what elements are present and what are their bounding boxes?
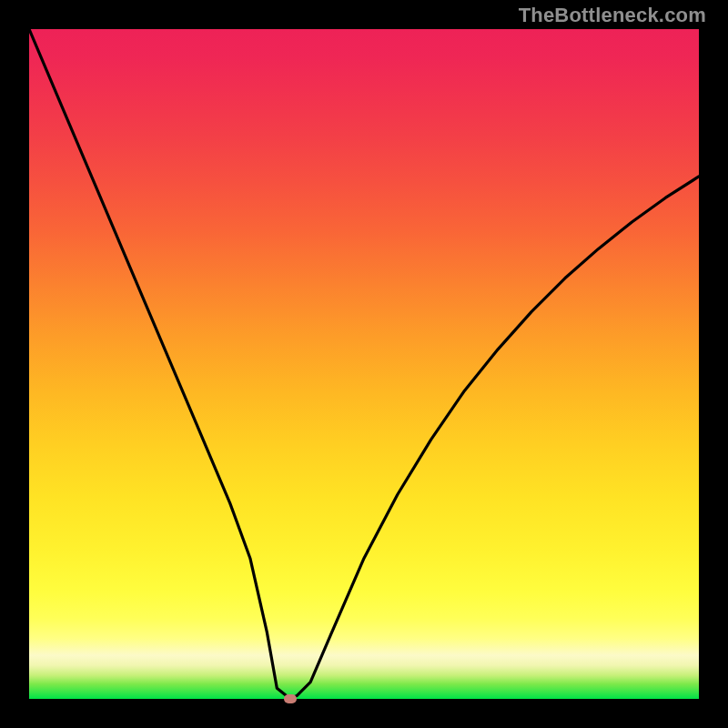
watermark-text: TheBottleneck.com (519, 4, 706, 27)
chart-frame: TheBottleneck.com (0, 0, 728, 728)
plot-area (29, 29, 699, 699)
optimal-point-marker (284, 694, 297, 703)
bottleneck-curve (29, 29, 699, 699)
curve-path (29, 29, 699, 699)
